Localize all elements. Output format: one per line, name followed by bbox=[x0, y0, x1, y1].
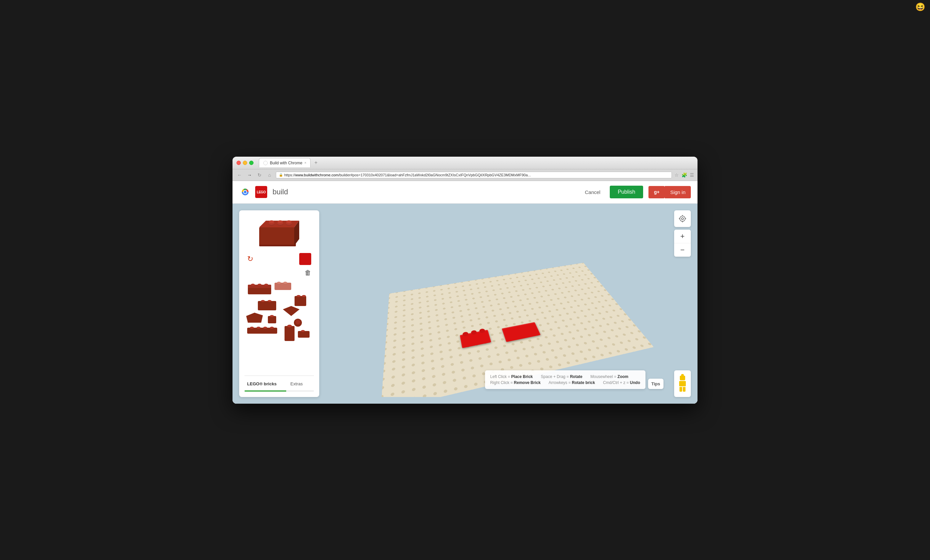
tab-bar: Build with Chrome × + bbox=[259, 158, 693, 167]
tips-row-1: Left Click = Place Brick Space + Drag = … bbox=[490, 374, 640, 379]
zoom-in-button[interactable]: + bbox=[674, 230, 691, 243]
svg-marker-40 bbox=[283, 306, 300, 316]
color-swatch[interactable] bbox=[299, 253, 311, 265]
app-header: LEGO build Cancel Publish g+ Sign in bbox=[232, 181, 698, 204]
svg-point-15 bbox=[269, 220, 274, 223]
url-domain: www.buildwithchrome.com bbox=[295, 173, 339, 177]
zoom-group: + − bbox=[674, 230, 691, 257]
back-button[interactable]: ← bbox=[236, 171, 243, 179]
active-tab[interactable]: Build with Chrome × bbox=[259, 158, 311, 167]
brick-controls: ↻ bbox=[245, 253, 314, 265]
url-prefix: https:// bbox=[284, 173, 295, 177]
url-bar[interactable]: 🔒 https://www.buildwithchrome.com/builde… bbox=[276, 172, 672, 178]
svg-point-44 bbox=[287, 325, 292, 327]
forward-button[interactable]: → bbox=[246, 171, 253, 179]
tip-space-drag: Space + Drag = Rotate bbox=[541, 374, 582, 379]
svg-point-37 bbox=[257, 327, 260, 329]
minimize-button[interactable] bbox=[243, 161, 247, 165]
new-tab-button[interactable]: + bbox=[312, 159, 320, 167]
lego-logo: LEGO bbox=[255, 186, 267, 198]
svg-point-31 bbox=[268, 300, 271, 302]
svg-point-28 bbox=[302, 295, 306, 297]
svg-point-42 bbox=[296, 320, 300, 324]
zoom-out-button[interactable]: − bbox=[674, 243, 691, 257]
tips-row-2: Right Click = Remove Brick Arrowkeys = R… bbox=[490, 380, 640, 385]
tip-undo: Cmd/Ctrl + z = Undo bbox=[603, 380, 640, 385]
google-plus-button[interactable]: g+ bbox=[648, 186, 665, 198]
maximize-button[interactable] bbox=[249, 161, 254, 165]
tab-lego-bricks[interactable]: LEGO® bricks bbox=[245, 379, 279, 388]
svg-point-38 bbox=[263, 327, 267, 329]
target-button[interactable] bbox=[674, 210, 691, 227]
svg-point-16 bbox=[277, 220, 283, 223]
svg-point-20 bbox=[251, 284, 255, 286]
reload-button[interactable]: ↻ bbox=[256, 171, 263, 179]
publish-button[interactable]: Publish bbox=[610, 186, 643, 198]
svg-marker-32 bbox=[246, 313, 263, 323]
traffic-lights bbox=[237, 161, 254, 165]
svg-rect-26 bbox=[294, 296, 306, 306]
svg-point-25 bbox=[283, 282, 287, 284]
app-content: LEGO build Cancel Publish g+ Sign in bbox=[232, 181, 698, 404]
lego-figure-icon bbox=[679, 376, 686, 392]
svg-rect-33 bbox=[268, 316, 276, 323]
svg-rect-45 bbox=[298, 331, 309, 338]
url-bar-container: ← → ↻ ⌂ 🔒 https://www.buildwithchrome.co… bbox=[232, 169, 698, 181]
tab-label: Build with Chrome bbox=[270, 161, 302, 165]
url-text: https://www.buildwithchrome.com/builder#… bbox=[284, 173, 531, 177]
signin-group: g+ Sign in bbox=[648, 186, 691, 198]
canvas-area[interactable]: Left Click = Place Brick Space + Drag = … bbox=[325, 210, 669, 397]
signin-button[interactable]: Sign in bbox=[665, 186, 691, 198]
baseplate-container bbox=[392, 248, 625, 388]
svg-point-4 bbox=[244, 191, 246, 193]
rotate-icon[interactable]: ↻ bbox=[247, 255, 253, 263]
home-button[interactable]: ⌂ bbox=[266, 171, 273, 179]
tab-extras[interactable]: Extras bbox=[279, 379, 314, 388]
mac-window: Build with Chrome × + 😆 ← → ↻ ⌂ 🔒 https:… bbox=[232, 156, 698, 404]
tip-left-click: Left Click = Place Brick bbox=[490, 374, 533, 379]
tab-close-icon[interactable]: × bbox=[304, 161, 306, 165]
svg-rect-5 bbox=[259, 227, 296, 245]
gplus-icon: g+ bbox=[654, 189, 659, 195]
tip-right-click: Right Click = Remove Brick bbox=[490, 380, 541, 385]
tips-button[interactable]: Tips bbox=[648, 379, 664, 389]
title-bar: Build with Chrome × + 😆 bbox=[232, 156, 698, 169]
svg-rect-29 bbox=[258, 301, 276, 310]
menu-icon[interactable]: ☰ bbox=[690, 172, 694, 178]
svg-point-27 bbox=[297, 295, 300, 297]
svg-point-48 bbox=[682, 218, 684, 220]
tips-panel: Left Click = Place Brick Space + Drag = … bbox=[485, 370, 645, 389]
close-button[interactable] bbox=[237, 161, 241, 165]
panel-progress-fill bbox=[245, 390, 286, 392]
svg-point-17 bbox=[286, 220, 291, 223]
cancel-button[interactable]: Cancel bbox=[579, 187, 606, 198]
svg-point-46 bbox=[301, 330, 305, 332]
brick-collection bbox=[245, 279, 314, 346]
brick-3d-preview bbox=[257, 217, 301, 247]
app-title: build bbox=[273, 188, 288, 196]
svg-rect-23 bbox=[274, 283, 291, 290]
delete-icon[interactable]: 🗑 bbox=[245, 269, 314, 277]
tip-arrowkeys: Arrowkeys = Rotate brick bbox=[549, 380, 595, 385]
svg-point-34 bbox=[270, 315, 274, 317]
main-layout: ↻ 🗑 bbox=[232, 204, 698, 404]
tip-mousewheel: Mousewheel = Zoom bbox=[590, 374, 628, 379]
url-path: /builder#pos=170310x402071&load=ahFzfmJ1… bbox=[339, 173, 531, 177]
svg-rect-43 bbox=[285, 326, 294, 341]
chrome-logo-icon bbox=[239, 186, 251, 198]
svg-point-47 bbox=[680, 216, 685, 221]
right-controls: + − bbox=[674, 210, 691, 397]
bookmark-icon[interactable]: ☆ bbox=[674, 172, 679, 178]
chrome-favicon bbox=[263, 161, 268, 165]
svg-point-0 bbox=[263, 161, 268, 165]
brick-collection-display bbox=[245, 279, 311, 346]
svg-point-39 bbox=[270, 327, 274, 329]
svg-point-30 bbox=[261, 300, 265, 302]
figure-button[interactable] bbox=[674, 370, 691, 397]
svg-point-21 bbox=[257, 284, 262, 286]
extensions-icon[interactable]: 🧩 bbox=[682, 172, 687, 178]
svg-point-22 bbox=[264, 284, 268, 286]
target-icon bbox=[679, 215, 687, 222]
panel-progress-bar bbox=[245, 390, 314, 392]
lock-icon: 🔒 bbox=[279, 173, 283, 176]
